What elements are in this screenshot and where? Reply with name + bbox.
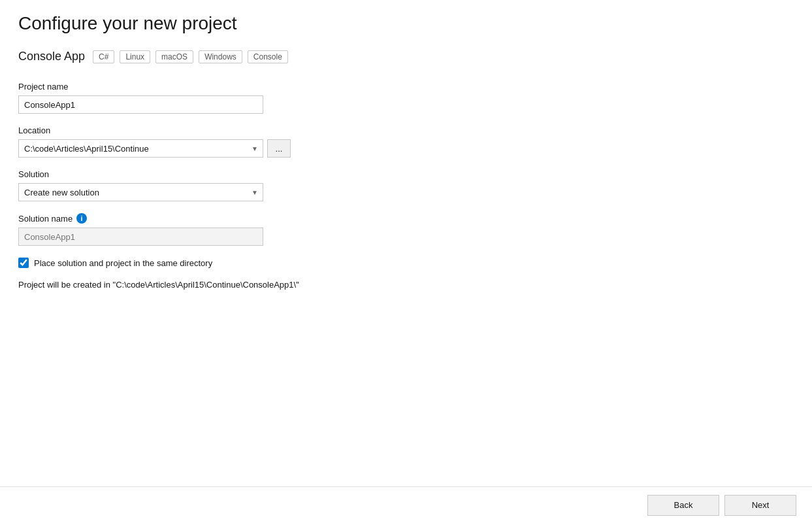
tag-csharp: C#: [93, 50, 114, 63]
page-title: Configure your new project: [18, 13, 794, 34]
project-path-info: Project will be created in "C:\code\Arti…: [18, 280, 794, 290]
solution-name-label: Solution name i: [18, 213, 794, 224]
location-row: C:\code\Articles\April15\Continue ▼ ...: [18, 139, 794, 158]
solution-label: Solution: [18, 169, 794, 179]
back-button[interactable]: Back: [647, 495, 719, 516]
bottom-bar: Back Next: [0, 486, 812, 523]
tag-macos: macOS: [155, 50, 193, 63]
project-name-label: Project name: [18, 82, 794, 92]
solution-name-section: Solution name i: [18, 213, 794, 246]
project-name-input[interactable]: [18, 95, 263, 114]
location-label: Location: [18, 126, 794, 135]
same-directory-checkbox[interactable]: [18, 258, 29, 268]
browse-button[interactable]: ...: [267, 139, 291, 158]
solution-select[interactable]: Create new solutionAdd to solution: [18, 183, 263, 201]
tag-linux: Linux: [120, 50, 150, 63]
same-directory-row: Place solution and project in the same d…: [18, 258, 794, 268]
solution-name-input[interactable]: [18, 228, 263, 246]
location-select-wrapper: C:\code\Articles\April15\Continue ▼: [18, 139, 263, 158]
tag-windows: Windows: [199, 50, 242, 63]
project-name-section: Project name: [18, 82, 794, 114]
app-type-name: Console App: [18, 50, 85, 63]
app-type-row: Console App C# Linux macOS Windows Conso…: [18, 50, 794, 63]
main-container: Configure your new project Console App C…: [0, 0, 812, 523]
solution-section: Solution Create new solutionAdd to solut…: [18, 169, 794, 201]
tag-console: Console: [248, 50, 288, 63]
location-select[interactable]: C:\code\Articles\April15\Continue: [18, 139, 263, 158]
solution-name-info-icon[interactable]: i: [76, 213, 87, 224]
solution-select-wrapper: Create new solutionAdd to solution ▼: [18, 183, 263, 201]
next-button[interactable]: Next: [724, 495, 796, 516]
location-section: Location C:\code\Articles\April15\Contin…: [18, 126, 794, 158]
same-directory-label[interactable]: Place solution and project in the same d…: [34, 258, 212, 268]
